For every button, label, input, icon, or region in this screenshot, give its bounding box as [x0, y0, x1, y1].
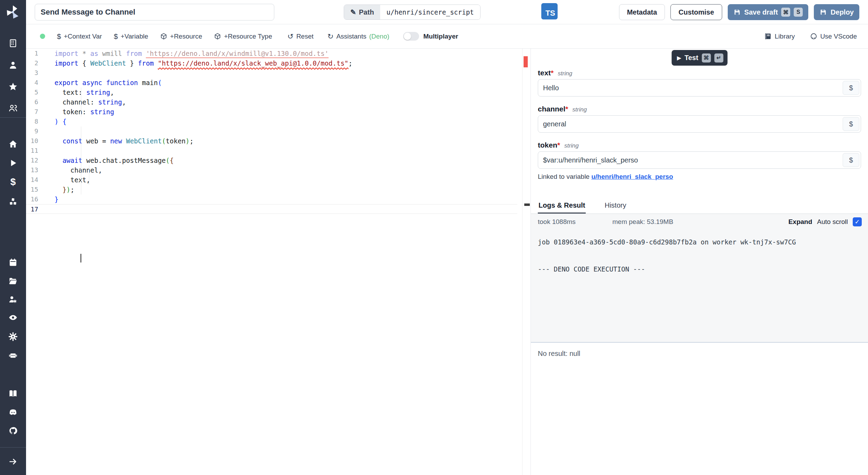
resources-icon[interactable]	[0, 194, 26, 209]
overview-ruler	[522, 49, 523, 475]
code-text: });	[55, 185, 74, 194]
test-button[interactable]: ▶ Test ⌘ ↵	[671, 50, 727, 66]
script-title-input[interactable]	[35, 4, 274, 20]
status-dot	[40, 34, 45, 39]
text-input[interactable]: Hello	[538, 80, 841, 96]
code-line[interactable]: 3	[26, 68, 517, 78]
field-label-text: text* string	[538, 69, 861, 77]
save-icon	[819, 8, 827, 16]
tab-logs-result[interactable]: Logs & Result	[538, 198, 586, 214]
schedules-icon[interactable]	[0, 255, 26, 270]
tab-history[interactable]: History	[604, 198, 627, 214]
code-line[interactable]: 5 text: string,	[26, 88, 517, 97]
workers-icon[interactable]	[0, 348, 26, 363]
save-draft-button[interactable]: Save draft ⌘ S	[728, 4, 809, 20]
code-text: await web.chat.postMessage({	[55, 156, 174, 165]
text-field: Hello $	[538, 79, 861, 97]
folders-icon[interactable]	[0, 273, 26, 289]
add-resource-button[interactable]: +Resource	[160, 33, 202, 40]
top-header: ✎ Path u/henri/sincere_script TS Metadat…	[26, 0, 868, 24]
windmill-logo[interactable]	[5, 4, 21, 20]
code-text: }	[55, 194, 58, 204]
multiplayer-toggle[interactable]	[403, 32, 419, 41]
log-line	[538, 247, 868, 256]
code-line[interactable]: 16}	[26, 194, 517, 204]
pencil-icon: ✎	[350, 8, 356, 16]
path-value: u/henri/sincere_script	[380, 5, 480, 19]
runs-icon[interactable]	[0, 155, 26, 170]
code-editor[interactable]: 1import * as wmill from 'https://deno.la…	[26, 49, 531, 475]
kbd-enter: ↵	[714, 53, 723, 62]
code-line[interactable]: 2import { WebClient } from "https://deno…	[26, 58, 517, 68]
code-line[interactable]: 4export async function main(	[26, 78, 517, 88]
code-line[interactable]: 17	[26, 204, 517, 214]
reset-button[interactable]: ↺Reset	[287, 33, 314, 40]
error-marker	[524, 56, 528, 67]
line-number: 15	[26, 185, 38, 194]
admins-icon[interactable]	[0, 292, 26, 307]
indent-guide	[81, 126, 81, 194]
line-number: 2	[26, 58, 38, 68]
line-number: 14	[26, 175, 38, 185]
code-line[interactable]: 8) {	[26, 117, 517, 126]
code-line[interactable]: 13 channel,	[26, 165, 517, 175]
cursor-marker	[524, 203, 530, 206]
code-line[interactable]: 9	[26, 126, 517, 136]
channel-input[interactable]: general	[538, 116, 841, 132]
token-input[interactable]: $var:u/henri/henri_slack_perso	[538, 152, 841, 168]
linked-variable-link[interactable]: u/henri/henri_slack_perso	[591, 173, 673, 180]
line-number: 6	[26, 97, 38, 107]
sidebar: $	[0, 0, 26, 475]
code-line[interactable]: 11	[26, 146, 517, 156]
workspace-icon[interactable]	[0, 35, 26, 51]
line-number: 9	[26, 126, 38, 136]
log-line: job 018963e4-a369-5cd0-80a9-c6d298b7fb2a…	[538, 238, 868, 247]
github-icon[interactable]	[0, 423, 26, 438]
library-button[interactable]: Library	[765, 33, 795, 40]
code-line[interactable]: 7 token: string	[26, 107, 517, 117]
deploy-button[interactable]: Deploy	[814, 4, 859, 20]
code-line[interactable]: 14 text,	[26, 175, 517, 185]
user-icon[interactable]	[0, 57, 26, 73]
run-panel: ▶ Test ⌘ ↵ text* string Hello $ channel*…	[531, 49, 868, 475]
code-line[interactable]: 12 await web.chat.postMessage({	[26, 156, 517, 165]
autoscroll-checkbox[interactable]: ✓	[853, 217, 862, 226]
code-text: text,	[55, 175, 90, 185]
logs-output: job 018963e4-a369-5cd0-80a9-c6d298b7fb2a…	[531, 230, 868, 342]
use-vscode-button[interactable]: Use VScode	[810, 33, 857, 40]
insert-variable-button[interactable]: $	[843, 117, 859, 131]
settings-icon[interactable]	[0, 329, 26, 344]
cube-icon	[214, 33, 221, 40]
expand-sidebar-icon[interactable]	[0, 454, 26, 469]
favorites-icon[interactable]	[0, 79, 26, 94]
home-icon[interactable]	[0, 136, 26, 151]
path-edit-button[interactable]: ✎ Path	[344, 5, 380, 19]
groups-icon[interactable]	[0, 100, 26, 116]
insert-variable-button[interactable]: $	[843, 81, 859, 95]
typescript-badge: TS	[541, 3, 558, 19]
autoscroll-label: Auto scroll	[817, 218, 848, 226]
customise-button[interactable]: Customise	[670, 4, 722, 20]
audit-logs-icon[interactable]	[0, 310, 26, 325]
expand-button[interactable]: Expand	[788, 218, 812, 226]
code-line[interactable]: 15 });	[26, 185, 517, 194]
channel-field: general $	[538, 115, 861, 133]
line-number: 16	[26, 194, 38, 204]
assistants-button[interactable]: ↻Assistants(Deno)	[327, 33, 389, 40]
line-number: 12	[26, 156, 38, 165]
code-line[interactable]: 1import * as wmill from 'https://deno.la…	[26, 49, 517, 58]
variables-icon[interactable]: $	[0, 174, 26, 190]
add-resource-type-button[interactable]: +Resource Type	[214, 33, 272, 40]
line-number: 11	[26, 146, 38, 156]
add-variable-button[interactable]: $+Variable	[114, 33, 148, 40]
docs-icon[interactable]	[0, 386, 26, 401]
discord-icon[interactable]	[0, 405, 26, 420]
code-line[interactable]: 6 channel: string,	[26, 97, 517, 107]
log-line: --- DENO CODE EXECUTION ---	[538, 265, 868, 274]
metadata-button[interactable]: Metadata	[619, 4, 665, 20]
code-line[interactable]: 10 const web = new WebClient(token);	[26, 136, 517, 146]
indent-guide	[81, 88, 81, 117]
field-label-token: token* string	[538, 141, 861, 149]
insert-variable-button[interactable]: $	[843, 153, 859, 167]
add-context-var-button[interactable]: $+Context Var	[57, 33, 102, 40]
